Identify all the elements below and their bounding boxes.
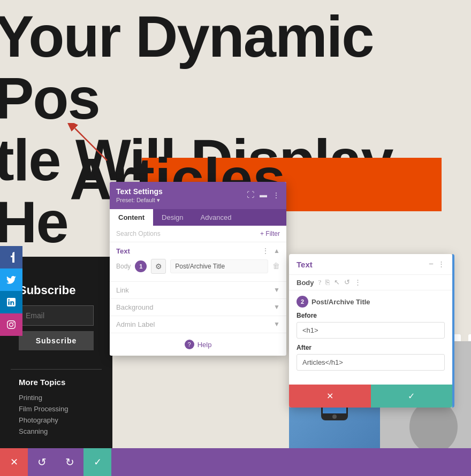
tab-design[interactable]: Design [153,209,192,226]
trash-icon[interactable]: 🗑 [272,262,280,271]
panel-search: Search Options + Filter [110,226,286,242]
panel-header: Text Settings Preset: Default ▾ ⛶ ▬ ⋮ [110,182,286,209]
popup-header-icons: − ⋮ [429,259,445,269]
popup-help-icon[interactable]: ? [318,278,322,287]
link-section: Link ▼ [110,282,286,299]
text-section-more-icon[interactable]: ⋮ [262,247,269,256]
popup-copy-icon[interactable]: ⎘ [325,278,330,287]
topic-link-scanning[interactable]: Scanning [19,426,94,437]
instagram-icon[interactable] [0,313,22,336]
popup-header: Text − ⋮ [289,254,452,275]
subscribe-section: Subscribe Subscribe [11,273,102,361]
text-section: Text ⋮ ▲ Body 1 ⚙ Post/Archive Title 🗑 [110,242,286,282]
cancel-toolbar-button[interactable]: ✕ [0,448,28,476]
background-section-title: Background [116,303,153,311]
popup-undo-icon[interactable]: ↺ [344,278,350,287]
text-section-title: Text [116,247,130,255]
popup-collapse-icon[interactable]: − [429,259,434,269]
admin-label-title: Admin Label [116,320,155,328]
social-icons-bar [0,246,22,336]
background-section: Background ▼ [110,299,286,316]
popup-body: 2 Post/Archive Title Before After [289,290,452,381]
fullscreen-icon[interactable]: ⛶ [247,191,254,200]
panel-header-icons: ⛶ ▬ ⋮ [247,191,280,200]
tab-advanced[interactable]: Advanced [192,209,240,226]
filter-button[interactable]: + Filter [260,230,280,237]
gear-settings-icon[interactable]: ⚙ [151,259,166,274]
popup-cursor-icon[interactable]: ↖ [334,278,340,287]
help-label: Help [197,341,212,349]
after-label: After [297,344,445,351]
redo-toolbar-button[interactable]: ↻ [56,448,83,476]
dynamic-value-title: Post/Archive Title [312,298,370,306]
popup-toolbar: Body ? ⎘ ↖ ↺ ⋮ [289,275,452,290]
admin-label-chevron[interactable]: ▼ [274,320,280,328]
panel-preset: Preset: Default ▾ [116,197,163,204]
search-placeholder: Search Options [116,230,161,237]
text-settings-panel: Text Settings Preset: Default ▾ ⛶ ▬ ⋮ Co… [110,182,286,356]
body-label: Body [116,263,131,270]
panel-tabs: Content Design Advanced [110,209,286,226]
link-section-chevron[interactable]: ▼ [274,286,280,294]
sidebar-divider [11,369,102,370]
more-options-icon[interactable]: ⋮ [272,191,280,200]
popup-body-label: Body [297,279,314,287]
popup-confirm-button[interactable]: ✓ [371,385,453,408]
popup-title: Text [297,260,313,269]
before-input[interactable] [297,322,445,339]
step-2-badge: 2 [297,296,308,308]
bottom-toolbar: ✕ ↺ ↻ ✓ [0,448,471,476]
topic-link-film-processing[interactable]: Film Processing [19,403,94,414]
text-section-chevron[interactable]: ▲ [274,247,280,255]
help-section[interactable]: ? Help [110,333,286,356]
popup-more-icon2[interactable]: ⋮ [354,278,361,287]
popup-cancel-button[interactable]: ✕ [289,385,371,408]
facebook-icon[interactable] [0,246,22,268]
help-circle-icon: ? [185,340,194,349]
body-row: Body 1 ⚙ Post/Archive Title 🗑 [116,256,280,277]
svg-point-4 [332,414,337,419]
email-input[interactable] [19,305,94,326]
admin-label-section: Admin Label ▼ [110,316,286,333]
subscribe-button[interactable]: Subscribe [19,331,94,350]
linkedin-icon[interactable] [0,291,22,313]
undo-toolbar-button[interactable]: ↺ [28,448,56,476]
dynamic-value-display: Post/Archive Title [170,259,268,273]
popup-more-icon[interactable]: ⋮ [438,260,445,268]
topic-link-photography[interactable]: Photography [19,414,94,426]
panel-title: Text Settings [116,187,163,196]
blue-accent-bar [452,254,454,408]
link-section-header[interactable]: Link ▼ [116,286,280,294]
popup-actions: ✕ ✓ [289,385,452,408]
confirm-toolbar-button[interactable]: ✓ [83,448,111,476]
text-section-header[interactable]: Text ⋮ ▲ [116,247,280,256]
after-input[interactable] [297,354,445,371]
background-section-chevron[interactable]: ▼ [274,303,280,311]
background-section-header[interactable]: Background ▼ [116,303,280,311]
collapse-panel-icon[interactable]: ▬ [260,191,267,200]
more-topics-section: More Topics Printing Film Processing Pho… [11,378,102,437]
twitter-icon[interactable] [0,268,22,291]
link-section-title: Link [116,286,129,294]
step-1-badge: 1 [135,260,147,272]
topic-link-printing[interactable]: Printing [19,392,94,403]
more-topics-title: More Topics [19,378,94,387]
tab-content[interactable]: Content [110,209,153,226]
before-label: Before [297,312,445,319]
text-popup: Text − ⋮ Body ? ⎘ ↖ ↺ ⋮ 2 Post/Archive T… [289,254,452,408]
admin-label-header[interactable]: Admin Label ▼ [116,320,280,328]
subscribe-title: Subscribe [19,283,94,297]
